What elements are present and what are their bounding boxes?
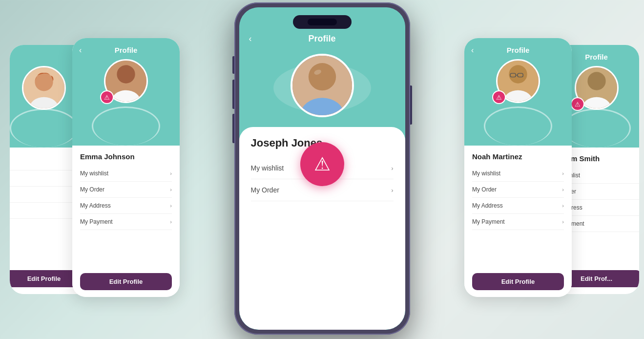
chevron-2b: › xyxy=(170,187,172,192)
avatar-wrap-4 xyxy=(496,59,540,103)
phone-avatar-section xyxy=(239,49,405,127)
scene: My wishlist › › › › Edit Profile xyxy=(0,0,644,339)
avatar-wrap-1 xyxy=(22,66,66,110)
phone-page-title: Profile xyxy=(308,34,335,44)
wishlist-item-4[interactable]: My wishlist › xyxy=(472,166,564,182)
phone-frame: ‹ Profile xyxy=(234,2,410,335)
chevron-2c: › xyxy=(170,203,172,209)
back-btn-2[interactable]: ‹ xyxy=(79,46,82,55)
avatar-wrap-2 xyxy=(104,59,148,103)
deco-circle-5 xyxy=(562,108,631,148)
phone-mute-btn xyxy=(232,56,234,74)
phone-back-btn[interactable]: ‹ xyxy=(249,34,252,44)
chevron-5c: › xyxy=(639,205,641,211)
chevron-5b: › xyxy=(639,189,641,194)
phone-notch xyxy=(293,15,352,29)
warning-badge-5 xyxy=(571,97,584,111)
user-name-2: Emma Johnson xyxy=(80,152,172,161)
card-title-2: Profile xyxy=(115,46,138,54)
phone-order-label: My Order xyxy=(251,186,279,194)
edit-profile-btn-2[interactable]: Edit Profile xyxy=(80,273,172,290)
profile-card-2: ‹ Profile Emma Johnson My wishlist › xyxy=(72,38,180,297)
card-top-4: ‹ Profile xyxy=(464,38,572,146)
card-title-5: Profile xyxy=(585,53,608,61)
order-label-2: My Order xyxy=(80,186,104,193)
phone-avatar xyxy=(291,54,354,117)
warning-badge-2 xyxy=(100,90,114,104)
edit-profile-btn-4[interactable]: Edit Profile xyxy=(472,273,564,290)
card-header-4: ‹ Profile xyxy=(464,46,572,54)
phone-chevron-1: › xyxy=(391,165,393,172)
svg-point-11 xyxy=(509,65,527,83)
card-bottom-2: Emma Johnson My wishlist › My Order › My… xyxy=(72,146,180,297)
chevron-5a: › xyxy=(639,172,641,178)
warning-badge-4 xyxy=(492,90,506,104)
address-label-4: My Address xyxy=(472,202,503,209)
phone-vol-down-btn xyxy=(232,114,234,143)
card-header-2: ‹ Profile xyxy=(72,46,180,54)
svg-point-4 xyxy=(117,65,135,83)
wishlist-item-2[interactable]: My wishlist › xyxy=(80,166,172,182)
chevron-2a: › xyxy=(170,170,172,176)
payment-item-4[interactable]: My Payment › xyxy=(472,214,564,230)
address-item-2[interactable]: My Address › xyxy=(80,198,172,214)
deco-circle-1 xyxy=(10,108,78,148)
order-item-2[interactable]: My Order › xyxy=(80,182,172,198)
phone-inner: ‹ Profile xyxy=(239,7,405,330)
address-item-4[interactable]: My Address › xyxy=(472,198,564,214)
big-warning-icon: ⚠ xyxy=(300,142,344,186)
order-label-4: My Order xyxy=(472,186,497,193)
back-btn-4[interactable]: ‹ xyxy=(471,46,474,55)
warning-triangle: ⚠ xyxy=(314,155,331,173)
card-title-4: Profile xyxy=(507,46,530,54)
avatar-1 xyxy=(22,66,66,110)
svg-point-7 xyxy=(308,63,335,90)
profile-card-4: ‹ Profile xyxy=(464,38,572,297)
chevron-5d: › xyxy=(639,221,641,227)
chevron-2d: › xyxy=(170,219,172,225)
avatar-wrap-5 xyxy=(575,66,619,110)
phone-wishlist-label: My wishlist xyxy=(251,164,284,172)
phone-header: ‹ Profile xyxy=(239,34,405,49)
phone-power-btn xyxy=(410,85,412,125)
address-label-2: My Address xyxy=(80,202,111,209)
card-top-2: ‹ Profile xyxy=(72,38,180,146)
payment-label-2: My Payment xyxy=(80,218,113,225)
deco-circle-2 xyxy=(92,106,160,146)
chevron-4b: › xyxy=(562,187,564,192)
chevron-4c: › xyxy=(562,203,564,209)
chevron-4d: › xyxy=(562,219,564,225)
phone-camera xyxy=(308,19,337,25)
deco-circle-4 xyxy=(484,106,552,146)
svg-point-17 xyxy=(587,72,605,90)
svg-point-1 xyxy=(35,73,53,91)
wishlist-label-4: My wishlist xyxy=(472,170,500,177)
payment-label-4: My Payment xyxy=(472,218,505,225)
order-item-4[interactable]: My Order › xyxy=(472,182,564,198)
chevron-4a: › xyxy=(562,170,564,176)
phone-vol-up-btn xyxy=(232,80,234,109)
phone-outer: ‹ Profile xyxy=(234,2,410,335)
phone-chevron-2: › xyxy=(391,187,393,194)
wishlist-label-2: My wishlist xyxy=(80,170,108,177)
card-bottom-4: Noah Martinez My wishlist › My Order › M… xyxy=(464,146,572,297)
payment-item-2[interactable]: My Payment › xyxy=(80,214,172,230)
user-name-4: Noah Martinez xyxy=(472,152,564,161)
